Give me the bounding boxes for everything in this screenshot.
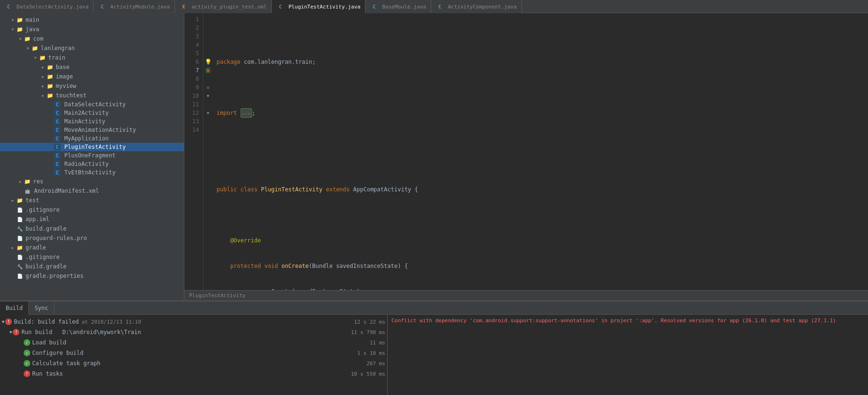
arrow-myview: [40, 84, 46, 88]
arrow-lanlengran: [25, 46, 31, 51]
code-line-7: public class PluginTestActivity extends …: [217, 185, 868, 194]
sidebar-label-DataSelectActivity: DataSelectActivity: [64, 101, 184, 108]
tab-ActivityModule[interactable]: C ActivityModule.java: [94, 0, 175, 13]
token-brace-open-7: {: [411, 185, 418, 194]
sidebar-item-MainActivity[interactable]: C MainActivity: [0, 117, 184, 126]
gutter-9: ◎: [203, 83, 213, 92]
gutter-5: [203, 49, 213, 58]
line-num-9: 9: [184, 83, 199, 92]
folder-icon-res: 📁: [24, 178, 31, 185]
gutter-4: [203, 41, 213, 49]
sidebar-item-gradle-properties[interactable]: 📄 gradle.properties: [0, 271, 184, 281]
sidebar-item-test[interactable]: 📁 test: [0, 196, 184, 205]
code-line-10: protected void onCreate(Bundle savedInst…: [217, 262, 868, 270]
build-tab-sync[interactable]: Sync: [29, 301, 54, 315]
class-icon-Main2Activity: C: [54, 110, 61, 116]
tab-label-ActivityComponent: ActivityComponent.java: [448, 4, 517, 10]
sidebar-label-build-gradle-root: build.gradle: [26, 263, 184, 270]
sidebar-label-app-iml: app.iml: [26, 216, 184, 223]
sidebar-item-gradle[interactable]: 📁 gradle: [0, 243, 184, 252]
sidebar-item-lanlengran[interactable]: 📁 lanlengran: [0, 43, 184, 53]
sidebar-label-gitignore1: .gitignore: [26, 206, 184, 213]
sidebar-item-AndroidManifest[interactable]: 🤖 AndroidManifest.xml: [0, 186, 184, 196]
class-icon-TvEtBtnActivity: C: [54, 169, 61, 176]
import-collapsed[interactable]: ...: [241, 108, 252, 118]
gutter-3: [203, 32, 213, 41]
proguard-icon: 📄: [16, 234, 24, 242]
sidebar-item-RadioActivity[interactable]: C RadioActivity: [0, 160, 184, 168]
sidebar-item-PlusOneFragment[interactable]: C PlusOneFragment: [0, 151, 184, 160]
code-line-2: package com.lanlengran.train;: [217, 58, 868, 66]
sidebar-item-myview[interactable]: 📁 myview: [0, 81, 184, 91]
sidebar-item-touchtest[interactable]: 📁 touchtest: [0, 91, 184, 100]
sidebar-item-app-iml[interactable]: 📄 app.iml: [0, 215, 184, 224]
tab-DataSelectActivity[interactable]: C DataSelectActivity.java: [0, 0, 94, 13]
sidebar-item-gitignore1[interactable]: 📄 .gitignore: [0, 205, 184, 215]
tab-activity-plugin-xml[interactable]: X activity_plugin_test.xml: [175, 0, 272, 13]
editor-area: 1 2 3 4 5 6 7 8 9 10 11 12 13 14: [184, 13, 868, 301]
code-editor[interactable]: package com.lanlengran.train; import ...…: [213, 13, 868, 290]
build-item-calculate-task[interactable]: ✓ Calculate task graph 207 ms: [0, 358, 387, 369]
sidebar-item-TvEtBtnActivity[interactable]: C TvEtBtnActivity: [0, 168, 184, 177]
arrow-test: [9, 198, 16, 203]
build-item-failed[interactable]: ▼ ! Build: build failed at 2018/12/13 11…: [0, 317, 387, 327]
line-num-8: 8: [184, 75, 199, 83]
folder-icon-main: 📁: [16, 16, 24, 24]
class-icon-PlusOneFragment: C: [54, 152, 61, 159]
fold-icon-10[interactable]: ▼: [207, 94, 209, 98]
expand-arrow-failed[interactable]: ▼: [2, 319, 4, 324]
sidebar-item-com[interactable]: 📁 com: [0, 34, 184, 43]
tab-ActivityComponent[interactable]: C ActivityComponent.java: [431, 0, 522, 13]
sidebar-item-res[interactable]: 📁 res: [0, 177, 184, 186]
build-item-load-build[interactable]: ✓ Load build 11 ms: [0, 337, 387, 348]
editor-footer: PluginTestActivity: [184, 290, 868, 301]
sidebar-item-image[interactable]: 📁 image: [0, 72, 184, 81]
folder-icon-test: 📁: [16, 197, 24, 204]
manifest-icon: 🤖: [24, 187, 31, 195]
code-line-3: [217, 83, 868, 92]
code-container[interactable]: 1 2 3 4 5 6 7 8 9 10 11 12 13 14: [184, 13, 868, 290]
arrow-gradle: [9, 245, 16, 250]
build-tab-build[interactable]: Build: [0, 301, 29, 315]
sidebar-item-train[interactable]: 📁 train: [0, 53, 184, 62]
code-line-5: [217, 134, 868, 143]
build-item-run-build[interactable]: ▼ ! Run build D:\android\mywork\Train 11…: [0, 327, 387, 337]
project-sidebar[interactable]: 📁 main 📁 java 📁 com 📁 lanlengran 📁 train: [0, 13, 184, 301]
gutter-7: ●: [203, 66, 213, 75]
sidebar-item-proguard[interactable]: 📄 proguard-rules.pro: [0, 233, 184, 243]
sidebar-label-touchtest: touchtest: [56, 92, 184, 99]
tab-icon-ActivityComponent: C: [436, 3, 443, 10]
build-time-failed: at 2018/12/13 11:10: [82, 319, 141, 325]
tab-bar: C DataSelectActivity.java C ActivityModu…: [0, 0, 868, 13]
lightbulb-icon[interactable]: 💡: [205, 59, 212, 65]
sidebar-item-build-gradle-root[interactable]: 🔧 build.gradle: [0, 262, 184, 271]
fold-icon-12[interactable]: ▼: [207, 111, 209, 115]
token-parent-class: AppCompatActivity: [353, 185, 411, 194]
tab-BaseMoule[interactable]: C BaseMoule.java: [365, 0, 431, 13]
gradle-icon-app: 🔧: [16, 225, 24, 232]
tab-PluginTestActivity[interactable]: C PluginTestActivity.java: [272, 0, 365, 13]
build-item-run-tasks[interactable]: ! Run tasks 10 s 550 ms: [0, 369, 387, 379]
sidebar-item-main[interactable]: 📁 main: [0, 15, 184, 25]
token-paren-open: (: [309, 262, 312, 270]
arrow-touchtest: [40, 93, 46, 98]
sidebar-item-gitignore2[interactable]: 📄 .gitignore: [0, 252, 184, 262]
sidebar-item-DataSelectActivity[interactable]: C DataSelectActivity: [0, 100, 184, 109]
build-content: ▼ ! Build: build failed at 2018/12/13 11…: [0, 315, 868, 395]
log-message: Conflict with dependency 'com.android.su…: [391, 317, 864, 325]
expand-arrow-run-build[interactable]: ▼: [9, 330, 12, 335]
sidebar-label-MoveAnimationActivity: MoveAnimationActivity: [64, 127, 184, 133]
token-classname: PluginTestActivity: [261, 185, 322, 194]
sidebar-item-MyApplication[interactable]: C MyApplication: [0, 134, 184, 143]
sidebar-item-MoveAnimationActivity[interactable]: C MoveAnimationActivity: [0, 126, 184, 134]
gutter-14: [203, 126, 213, 134]
sidebar-item-PluginTestActivity[interactable]: C PluginTestActivity: [0, 143, 184, 151]
build-item-configure-build[interactable]: ✓ Configure build 1 s 10 ms: [0, 348, 387, 358]
sidebar-item-build-gradle-app[interactable]: 🔧 build.gradle: [0, 224, 184, 233]
sidebar-item-Main2Activity[interactable]: C Main2Activity: [0, 109, 184, 117]
sidebar-label-java: java: [26, 26, 184, 33]
sidebar-item-java[interactable]: 📁 java: [0, 25, 184, 34]
build-tree[interactable]: ▼ ! Build: build failed at 2018/12/13 11…: [0, 315, 388, 395]
sidebar-item-base[interactable]: 📁 base: [0, 62, 184, 72]
gitignore-icon-2: 📄: [16, 253, 24, 261]
